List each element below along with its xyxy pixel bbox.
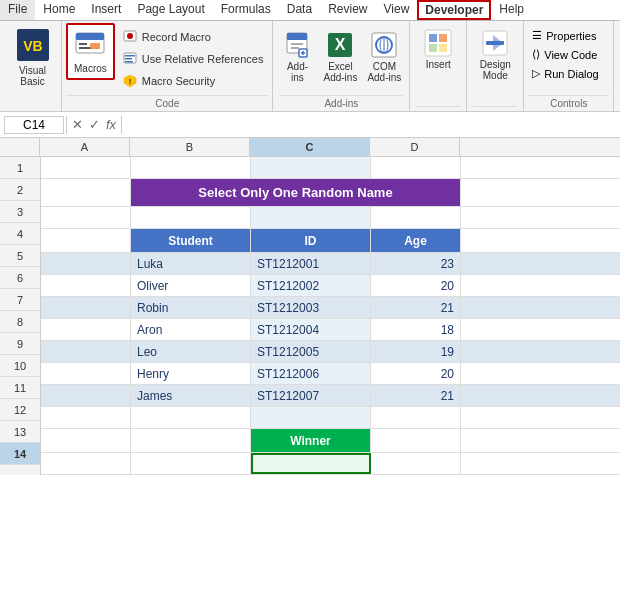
cell-a6[interactable] xyxy=(41,275,131,296)
cell-a7[interactable] xyxy=(41,297,131,318)
col-header-d[interactable]: D xyxy=(370,138,460,156)
cell-d12[interactable] xyxy=(371,407,461,428)
menu-data[interactable]: Data xyxy=(279,0,320,20)
cell-b14[interactable] xyxy=(131,453,251,474)
menu-developer[interactable]: Developer xyxy=(417,0,491,20)
row-header-7[interactable]: 7 xyxy=(0,289,40,311)
cell-b1[interactable] xyxy=(131,157,251,178)
com-add-ins-button[interactable]: COMAdd-ins xyxy=(365,27,403,85)
visual-basic-button[interactable]: VB VisualBasic xyxy=(13,25,53,107)
cell-a8[interactable] xyxy=(41,319,131,340)
cell-a9[interactable] xyxy=(41,341,131,362)
menu-formulas[interactable]: Formulas xyxy=(213,0,279,20)
menu-home[interactable]: Home xyxy=(35,0,83,20)
insert-button[interactable]: Insert xyxy=(416,23,460,106)
cell-c7[interactable]: ST1212003 xyxy=(251,297,371,318)
view-code-button[interactable]: ⟨⟩ View Code xyxy=(528,46,609,63)
menu-view[interactable]: View xyxy=(376,0,418,20)
cell-a12[interactable] xyxy=(41,407,131,428)
row-header-4[interactable]: 4 xyxy=(0,223,40,245)
cell-d7[interactable]: 21 xyxy=(371,297,461,318)
cell-c1[interactable] xyxy=(251,157,371,178)
cell-a5[interactable] xyxy=(41,253,131,274)
cell-title[interactable]: Select Only One Random Name xyxy=(131,179,461,206)
row-header-8[interactable]: 8 xyxy=(0,311,40,333)
use-relative-button[interactable]: Use Relative References xyxy=(119,49,267,69)
cell-c6[interactable]: ST1212002 xyxy=(251,275,371,296)
cell-d1[interactable] xyxy=(371,157,461,178)
row-header-5[interactable]: 5 xyxy=(0,245,40,267)
cell-a13[interactable] xyxy=(41,429,131,452)
menu-insert[interactable]: Insert xyxy=(83,0,129,20)
enter-formula-icon[interactable]: ✓ xyxy=(86,117,103,132)
row-header-12[interactable]: 12 xyxy=(0,399,40,421)
cell-c14-active[interactable] xyxy=(251,453,371,474)
row-header-1[interactable]: 1 xyxy=(0,157,40,179)
cell-d13[interactable] xyxy=(371,429,461,452)
menu-review[interactable]: Review xyxy=(320,0,375,20)
cell-b9[interactable]: Leo xyxy=(131,341,251,362)
design-mode-button[interactable]: DesignMode xyxy=(473,23,517,106)
cell-b11[interactable]: James xyxy=(131,385,251,406)
cell-c12[interactable] xyxy=(251,407,371,428)
cell-d4-header[interactable]: Age xyxy=(371,229,461,252)
cell-b6[interactable]: Oliver xyxy=(131,275,251,296)
cell-c3[interactable] xyxy=(251,207,371,228)
row-header-14[interactable]: 14 xyxy=(0,443,40,465)
cell-b3[interactable] xyxy=(131,207,251,228)
row-header-6[interactable]: 6 xyxy=(0,267,40,289)
excel-add-ins-button[interactable]: X ExcelAdd-ins xyxy=(321,27,359,85)
cell-d5[interactable]: 23 xyxy=(371,253,461,274)
row-header-9[interactable]: 9 xyxy=(0,333,40,355)
macro-security-button[interactable]: ! Macro Security xyxy=(119,71,267,91)
row-header-13[interactable]: 13 xyxy=(0,421,40,443)
cell-d10[interactable]: 20 xyxy=(371,363,461,384)
row-header-2[interactable]: 2 xyxy=(0,179,40,201)
cell-d11[interactable]: 21 xyxy=(371,385,461,406)
row-header-3[interactable]: 3 xyxy=(0,201,40,223)
col-header-b[interactable]: B xyxy=(130,138,250,156)
cell-b7[interactable]: Robin xyxy=(131,297,251,318)
col-header-c[interactable]: C xyxy=(250,138,370,156)
cell-d14[interactable] xyxy=(371,453,461,474)
col-header-a[interactable]: A xyxy=(40,138,130,156)
cell-c5[interactable]: ST1212001 xyxy=(251,253,371,274)
cell-reference-box[interactable] xyxy=(4,116,64,134)
add-ins-button[interactable]: Add-ins xyxy=(279,27,315,85)
record-macro-button[interactable]: Record Macro xyxy=(119,27,267,47)
row-header-11[interactable]: 11 xyxy=(0,377,40,399)
cell-d6[interactable]: 20 xyxy=(371,275,461,296)
properties-button[interactable]: ☰ Properties xyxy=(528,27,609,44)
cell-b13[interactable] xyxy=(131,429,251,452)
cell-a4[interactable] xyxy=(41,229,131,252)
cell-a10[interactable] xyxy=(41,363,131,384)
cell-a11[interactable] xyxy=(41,385,131,406)
run-dialog-button[interactable]: ▷ Run Dialog xyxy=(528,65,609,82)
cell-a14[interactable] xyxy=(41,453,131,474)
cell-c13-winner[interactable]: Winner xyxy=(251,429,371,452)
cell-d3[interactable] xyxy=(371,207,461,228)
menu-page-layout[interactable]: Page Layout xyxy=(129,0,212,20)
cell-d9[interactable]: 19 xyxy=(371,341,461,362)
cell-c4-header[interactable]: ID xyxy=(251,229,371,252)
cell-c9[interactable]: ST1212005 xyxy=(251,341,371,362)
cell-b4-header[interactable]: Student xyxy=(131,229,251,252)
cell-b10[interactable]: Henry xyxy=(131,363,251,384)
cell-b5[interactable]: Luka xyxy=(131,253,251,274)
cell-d8[interactable]: 18 xyxy=(371,319,461,340)
macros-button[interactable]: Macros xyxy=(66,23,115,80)
cancel-formula-icon[interactable]: ✕ xyxy=(69,117,86,132)
cell-a1[interactable] xyxy=(41,157,131,178)
menu-file[interactable]: File xyxy=(0,0,35,20)
cell-c10[interactable]: ST1212006 xyxy=(251,363,371,384)
formula-input[interactable] xyxy=(124,116,616,134)
cell-c11[interactable]: ST1212007 xyxy=(251,385,371,406)
menu-help[interactable]: Help xyxy=(491,0,532,20)
cell-c8[interactable]: ST1212004 xyxy=(251,319,371,340)
cell-a3[interactable] xyxy=(41,207,131,228)
cell-a2[interactable] xyxy=(41,179,131,206)
cell-b12[interactable] xyxy=(131,407,251,428)
row-header-10[interactable]: 10 xyxy=(0,355,40,377)
cell-b8[interactable]: Aron xyxy=(131,319,251,340)
insert-function-icon[interactable]: fx xyxy=(103,117,119,132)
